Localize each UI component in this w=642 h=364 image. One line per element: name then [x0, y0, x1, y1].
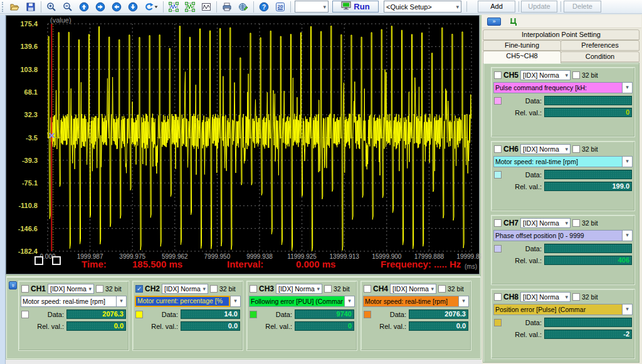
channel-enable-checkbox[interactable]: ✓ — [135, 285, 143, 293]
chevron-down-icon[interactable]: ▾ — [230, 296, 241, 307]
collapse-channels-button[interactable]: » — [9, 281, 17, 289]
channel-data-value — [544, 96, 632, 105]
print-icon[interactable] — [219, 1, 235, 13]
tab-condition[interactable]: Condition — [560, 51, 639, 62]
channel-mode-select[interactable]: [IDX] Norma ▾ — [276, 284, 322, 294]
channel-enable-checkbox[interactable] — [494, 293, 502, 301]
data-label: Data: — [504, 319, 542, 326]
cursor-a-button[interactable] — [34, 256, 43, 265]
channel-rel-value: 0.0 — [409, 321, 468, 331]
chevron-down-icon[interactable]: ▾ — [622, 230, 633, 241]
export-icon[interactable] — [235, 1, 251, 13]
channel-mode-select[interactable]: [IDX] Norma ▾ — [390, 284, 436, 294]
chevron-down-icon[interactable]: ▾ — [622, 82, 633, 93]
channel-mode-select[interactable]: [IDX] Norma ▾ — [520, 292, 571, 302]
save-icon[interactable] — [23, 1, 39, 13]
channel-enable-checkbox[interactable] — [364, 285, 371, 293]
run-monitor-icon — [341, 1, 351, 12]
channel-color-swatch[interactable] — [135, 311, 143, 318]
channel-signal-row: Following error [PUU] (Commar ▾ — [249, 296, 355, 307]
pan-left-icon[interactable] — [108, 1, 125, 13]
update-button[interactable]: Update — [521, 1, 557, 13]
channel-enable-checkbox[interactable] — [494, 145, 502, 153]
zoom-out-icon[interactable] — [60, 1, 76, 13]
fit-view-2-icon[interactable] — [182, 1, 198, 13]
tab-preferences[interactable]: Preferences — [560, 40, 639, 51]
chevron-down-icon[interactable]: ▾ — [622, 156, 633, 167]
channel-data-row: Data: 9740 — [250, 309, 354, 319]
add-button[interactable]: Add — [478, 1, 515, 13]
channel-color-swatch[interactable] — [250, 311, 257, 318]
channel-color-swatch[interactable] — [494, 245, 502, 252]
svg-text:✕: ✕ — [48, 131, 55, 140]
channel-signal-select[interactable]: Motor speed: real-time [rpm] — [493, 156, 622, 167]
channel-signal-select[interactable]: Motor current: percentage [% — [135, 296, 230, 307]
cursor-b-button[interactable] — [52, 256, 61, 265]
fit-view-1-icon[interactable] — [166, 1, 182, 13]
expand-panel-button[interactable]: » — [487, 18, 501, 26]
channel-mode-select[interactable]: [IDX] Norma ▾ — [520, 218, 571, 228]
channel-enable-checkbox[interactable] — [21, 285, 29, 293]
channel-enable-checkbox[interactable] — [494, 219, 502, 227]
channel-32bit-checkbox[interactable] — [324, 285, 332, 293]
help-icon[interactable]: ? — [256, 1, 272, 13]
device-select[interactable]: ▾ — [295, 1, 329, 13]
channel-enable-checkbox[interactable] — [250, 285, 257, 293]
pan-right-icon[interactable] — [92, 1, 108, 13]
channel-color-swatch[interactable] — [364, 311, 371, 318]
channel-box-ch6: CH6 [IDX] Norma ▾ 32 bit Motor speed: re… — [491, 141, 635, 211]
open-file-icon[interactable] — [6, 1, 23, 13]
tab-interpolation-point-setting[interactable]: Interpolation Point Setting — [483, 29, 639, 40]
channel-mode-select[interactable]: [IDX] Norma ▾ — [48, 284, 94, 294]
toolbar-separator — [253, 1, 254, 13]
undo-icon[interactable] — [141, 1, 161, 13]
waveform-plot[interactable]: ✕ — [6, 16, 480, 275]
chevron-down-icon[interactable]: ▾ — [344, 296, 355, 307]
channel-signal-select[interactable]: Pulse command frequency [kH: — [493, 82, 622, 93]
pan-down-icon[interactable] — [125, 1, 141, 13]
zoom-in-icon[interactable] — [43, 1, 60, 13]
channel-box-ch5: CH5 [IDX] Norma ▾ 32 bit Pulse command f… — [491, 67, 635, 137]
channel-mode-select[interactable]: [IDX] Norma ▾ — [162, 284, 208, 294]
channel-signal-select[interactable]: Phase offset position [0 - 9999 — [493, 230, 622, 241]
channel-color-swatch[interactable] — [494, 171, 502, 179]
scope-view-icon[interactable] — [198, 1, 214, 13]
pin-icon[interactable] — [508, 17, 517, 28]
channel-rel-row: Rel. val.: 406 — [494, 256, 632, 265]
channel-signal-select[interactable]: Motor speed: real-time [rpm] — [21, 296, 116, 307]
chevron-down-icon[interactable]: ▾ — [622, 304, 633, 315]
toolbar-separator — [560, 1, 561, 12]
channel-32bit-checkbox[interactable] — [96, 285, 103, 293]
channel-color-swatch[interactable] — [494, 97, 502, 105]
right-panel-toolbar: » — [482, 15, 641, 28]
channel-signal-select[interactable]: Motor speed: real-time [rpm] — [363, 296, 458, 307]
channel-signal-select[interactable]: Position error [Pulse] (Commar — [493, 304, 622, 315]
pan-up-icon[interactable] — [76, 1, 92, 13]
channel-32bit-checkbox[interactable] — [572, 293, 580, 301]
channel-mode-value: [IDX] Norma — [164, 285, 201, 293]
channel-32bit-checkbox[interactable] — [572, 219, 580, 227]
channel-32bit-checkbox[interactable] — [210, 285, 218, 293]
toolbar-grip[interactable] — [2, 2, 4, 12]
channel-box-ch1: CH1 [IDX] Norma ▾ 32 bit Motor speed: re… — [18, 281, 129, 351]
language-20-icon[interactable]: 20 — [272, 1, 288, 13]
channel-signal-select[interactable]: Following error [PUU] (Commar — [249, 296, 344, 307]
channel-enable-checkbox[interactable] — [494, 71, 502, 79]
channel-32bit-checkbox[interactable] — [572, 71, 580, 79]
tab-fine-tuning[interactable]: Fine-tuning — [483, 40, 561, 51]
chevron-down-icon[interactable]: ▾ — [458, 296, 469, 307]
quick-setup-select[interactable]: <Quick Setup> ▾ — [384, 1, 461, 13]
window-bottom-edge — [6, 360, 482, 364]
delete-button[interactable]: Delete — [564, 1, 601, 13]
channel-32bit-checkbox[interactable] — [572, 145, 580, 153]
run-button[interactable]: Run — [332, 1, 379, 13]
toolbar-separator — [163, 1, 164, 13]
chevron-down-icon[interactable]: ▾ — [116, 296, 127, 307]
channel-color-swatch[interactable] — [494, 319, 502, 326]
channel-mode-select[interactable]: [IDX] Norma ▾ — [520, 70, 571, 80]
data-label: Data: — [504, 171, 542, 179]
channel-32bit-checkbox[interactable] — [438, 285, 446, 293]
tab-ch5-ch8[interactable]: CH5~CH8 — [483, 51, 561, 63]
channel-color-swatch[interactable] — [21, 311, 29, 318]
channel-mode-select[interactable]: [IDX] Norma ▾ — [520, 144, 571, 154]
